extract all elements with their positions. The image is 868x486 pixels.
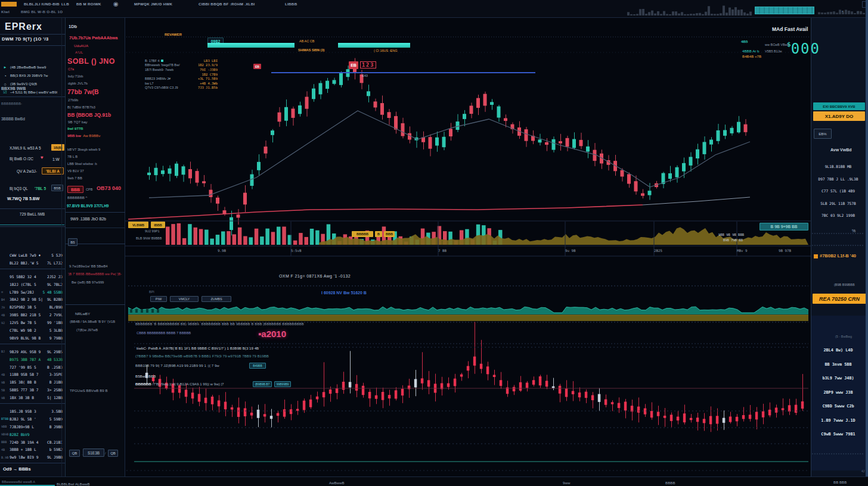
hl-row-3-badge[interactable]: 'BLBI A: [42, 167, 64, 175]
volume-right-values-1: 9BB 9B 9B BBB: [718, 233, 744, 236]
legend-label: Q7V3 C97v9B9I C3 J9: [145, 86, 178, 89]
book-row[interactable]: 1B5.JB 95B 33.5BB: [0, 407, 65, 415]
right-value-2: C9wB 5www 79B1: [812, 432, 864, 437]
note-title: NRLwBY: [75, 311, 90, 316]
book-row-values: C7BL W9 9B 25 3LBB: [10, 328, 65, 332]
panel-button-1[interactable]: QB: [69, 450, 80, 457]
right-value-2: 2BL4 Bw) L4D: [812, 348, 864, 353]
right-small-text: (B9B B99BBB: [834, 283, 855, 286]
menu-item-6[interactable]: LIBBB: [285, 2, 297, 6]
heart-icon[interactable]: ♥: [41, 155, 44, 160]
teal-banner[interactable]: EXI BBCBBV9 XVB: [813, 102, 865, 110]
volume-chip-1[interactable]: VLBWB: [128, 222, 148, 228]
menu-item-1[interactable]: BLBLJLI IUND-BIB: [24, 2, 60, 6]
book-row[interactable]: ⊙L7B9 5w/2BJ5 4B 55BB: [0, 288, 65, 296]
paragraph-icon[interactable]: ¶: [842, 10, 844, 14]
pink-marker: ▪a2010: [258, 329, 286, 339]
book-row[interactable]: 95 5BB2 32 42J52 J3: [0, 273, 65, 281]
news-line-2[interactable]: CBBB BBBBBBBB BBBB 7 BBBBB: [137, 331, 191, 335]
lower-pane-tab-1[interactable]: PIW: [150, 296, 167, 302]
timeframe-label[interactable]: 1Db: [69, 24, 77, 29]
book-row-values: CWW LwLB 7w9 ♦5 5J9: [10, 253, 65, 257]
book-row[interactable]: CWW LwLB 7w9 ♦5 5J9: [0, 251, 65, 259]
percent-icon: %: [852, 229, 855, 233]
right-small-button[interactable]: EB%: [814, 129, 832, 139]
book-row-values: BJBJ 9L 5B '5 59B9: [10, 417, 65, 421]
book-row[interactable]: C7BL W9 9B 25 3LBB: [0, 326, 65, 334]
book-row-values: 5BB5 7T7 3B 73> 25BB: [10, 388, 65, 392]
menu-item-2[interactable]: LLB: [61, 2, 69, 6]
book-row[interactable]: BBB724D 3B 19A 4CB.21BI: [0, 438, 65, 446]
orange-banner-2[interactable]: REA 70250 CRN: [813, 294, 866, 304]
lower-pane-tab-3[interactable]: ZUMBS: [202, 296, 231, 302]
book-row[interactable]: 9B1B5 3B( BB BB J1BB: [0, 378, 65, 386]
book-row[interactable]: 4B11BB 95B 5B 73-35PE: [0, 370, 65, 378]
book-row[interactable]: BL22 BBJ.'W 57L L7J2: [0, 259, 65, 267]
right-value: 7BC 03 9L2 199B: [812, 213, 864, 217]
topbar-teal-button[interactable]: [755, 7, 814, 14]
alert-badge[interactable]: EB: [349, 61, 358, 69]
menu-item-4[interactable]: MPWQK JMUD HWK: [134, 2, 172, 6]
volume-chip-3[interactable]: BBBBB: [352, 231, 373, 237]
news-line-6[interactable]: BBBBBB /7'B| /9wq |( 9| 9.B12A C9A9.1 99…: [135, 382, 224, 386]
news-tag-1[interactable]: B49BB: [249, 363, 266, 369]
book-row-values: 9BJ9 A9L 95B 99L 29B5: [10, 350, 65, 354]
news-line-5b[interactable]: B5BwB BBB: [135, 374, 156, 378]
book-row[interactable]: 9BV9 BL9L 9B B9 79BB: [0, 334, 65, 342]
order-book[interactable]: CWW LwLB 7w9 ♦5 5J9BL22 BBJ.'W 57L L7J29…: [0, 251, 65, 467]
hl-row-2-value: 1:W: [52, 157, 60, 161]
menu-item-5[interactable]: CIBBI BBQB BF :ROHM .XLBI: [199, 2, 255, 6]
panel-button-3[interactable]: QB: [108, 450, 118, 457]
book-row-values: B25P9B2 3B 5BL/B9B: [10, 305, 65, 309]
book-row[interactable]: B.9B9w9 lBw BI9 99L J9BB: [0, 453, 65, 461]
legend-row-5: BBB23 34BMv J#+3L 71.5B9: [145, 76, 218, 81]
hl-row-1-badge[interactable]: 1B(B): [51, 144, 64, 151]
news-line-3[interactable]: bwbC- PwbB A .A9I7B| B B1 1F1 BB 9BBB C …: [137, 346, 259, 350]
book-row[interactable]: J9B25P9B2 3B 5BL/B9B: [0, 303, 65, 311]
legend-label: 1B7I Bwwb9- 7wwb: [145, 68, 173, 71]
submenu-item-1[interactable]: KIwI: [1, 10, 10, 14]
panel-button-2[interactable]: S1E3B: [83, 448, 104, 457]
book-row[interactable]: 9BB7JBJB9+9B LB J9BB: [0, 423, 65, 431]
quote-row-6: dgbb JVL7b: [68, 81, 88, 85]
book-row[interactable]: 1B2J (C7BL 59L 7BL2: [0, 281, 65, 288]
news-line-1[interactable]: BBBBBBB 'B BBBBBBBBB BB) 9BBB9. BBBBBBBB…: [135, 322, 304, 326]
book-row[interactable]: BJ9BJ9 A9L 95B 99L 29B5: [0, 348, 65, 356]
bottom-chart-region[interactable]: [125, 347, 811, 460]
mini-icon-chip[interactable]: B5: [68, 238, 78, 246]
header-teal-value: 4BBB Ar b: [742, 49, 760, 53]
legend-row-6: bw L7+4B 4.3Wb: [145, 81, 218, 86]
alert-sub-value: E43: [362, 74, 368, 77]
book-row[interactable]: BTBBBJBJ 9L 5B '5 59B9: [0, 415, 65, 423]
quote-row-12: bB'V7 3bwgb wbwb 9: [67, 148, 100, 151]
collapse-icon[interactable]: ◂: [857, 10, 859, 14]
chart-annotation-3: SHIMAS SIBN (3): [298, 48, 324, 52]
book-row[interactable]: 9B1BX 3B 3B B5| 12BB: [0, 394, 65, 401]
book-row[interactable]: 9B9BB2BZ BbV9: [0, 431, 65, 438]
sidebar-option-1[interactable]: ▸(4B 2BwBwBwB 9ww9: [0, 63, 64, 71]
symbol-title: EPRerx: [5, 21, 42, 32]
news-line-5[interactable]: BBB19B 79 9I| 7 JZ(B9B A19 99.21B9 99 1 …: [135, 363, 219, 367]
book-row[interactable]: B43BAJ 9B 2 9B 5|9L B2BB: [0, 295, 65, 303]
menu-item-3[interactable]: BB M ROIWK: [76, 2, 101, 6]
volume-chip-2[interactable]: IBBB: [151, 222, 165, 228]
book-row[interactable]: 5B5BB5 7T7 3B 73> 25BB: [0, 386, 65, 394]
lower-pane-tab-2[interactable]: VMCLY: [170, 296, 199, 302]
legend-row-2: BBhwwwb 'bwgd7B Bw/1B2 23.9/9: [145, 63, 218, 68]
volume-chip-5[interactable]: BBB: [384, 231, 395, 237]
quote-row-11: 9BB bw Aw B9BBv: [67, 133, 100, 138]
badge-icon[interactable]: ◉: [113, 1, 119, 7]
news-tag-2[interactable]: (B9B9B.B7: [253, 381, 272, 387]
book-row[interactable]: B975 3BB 7B7 A4B 53JB: [0, 356, 65, 363]
news-line-4[interactable]: (7BBB7 9 9BbBw BB(79w9B wB9B7B 9 BBB1 F7…: [135, 354, 269, 358]
book-row[interactable]: 4B3BBB + 1BB Lb 59B2: [0, 446, 65, 453]
main-chart-region[interactable]: [125, 57, 811, 220]
news-tag-3[interactable]: 99B99B9: [274, 381, 291, 387]
book-row[interactable]: 4B39B5 BB2 21B 52 7V9L: [0, 311, 65, 319]
book-row[interactable]: 9212V5 Bw 7B 599 '1BB: [0, 319, 65, 326]
orange-banner[interactable]: X1.AD9Y DO: [813, 111, 865, 121]
sidebar-option-2[interactable]: ◔BB(3 BX9 J9 39BV9 7w: [0, 71, 64, 80]
book-row[interactable]: 727 '99 B5 5B .25B3: [0, 363, 65, 371]
alert-chip[interactable]: BBB: [67, 186, 83, 193]
volume-chip-4[interactable]: B: [375, 231, 382, 237]
